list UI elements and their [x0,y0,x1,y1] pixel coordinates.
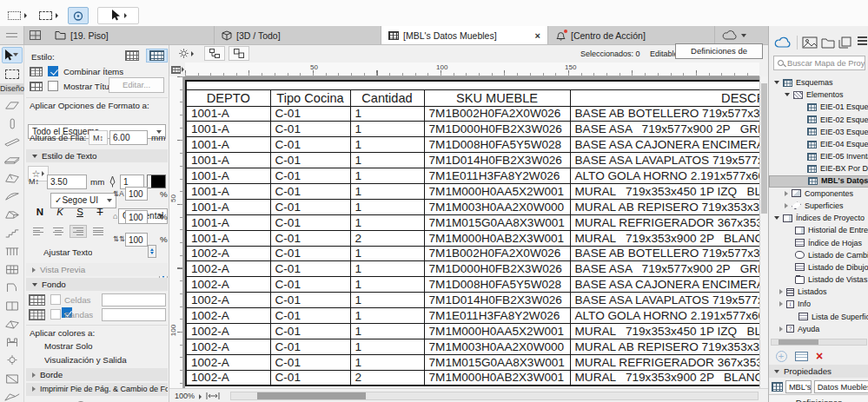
cell-depto[interactable]: 1002-A [186,261,270,277]
fit-width-icon[interactable] [206,392,220,400]
cell-depto[interactable]: 1002-A [186,293,270,308]
tree-item-lista-de-superficies[interactable]: Lista de Superficies [769,311,868,323]
cell-tipo-cocina[interactable]: C-01 [270,153,350,168]
panel-menu-button[interactable] [858,36,867,45]
cell-tipo-cocina[interactable]: C-01 [270,293,350,308]
cell-depto[interactable]: 1001-A [186,137,270,153]
tree-item-superficies[interactable]: Superficies [769,200,868,212]
teamwork-cloud-button[interactable] [774,36,792,49]
cell-tipo-cocina[interactable]: C-01 [270,261,350,277]
table-row[interactable]: 1001-AC-0117M1M003H0AA2X0W000MURAL AB RE… [186,199,759,214]
cell-sku[interactable]: 7M1M000H0AB2X3W001 [424,230,570,246]
table-row[interactable]: 1002-AC-0117M1E011H3FA8Y2W026ALTO GOLA H… [186,308,759,324]
tree-horizontal-scrollbar[interactable] [771,339,867,346]
tracking-input[interactable]: 100 [125,233,148,247]
layout-book-button[interactable] [821,36,835,49]
tree-item-listado-de-dibujos[interactable]: Listado de Dibujos [769,261,868,273]
tab-centro-de-accion[interactable]: [Centro de Acción] [548,26,715,44]
tree-item-eie-bx[interactable]: EIE-BX Por Defecto [769,162,868,175]
cell-sku[interactable]: 7M1M003H0AA2X0W000 [424,199,570,214]
chevron-right-icon[interactable] [779,289,783,294]
align-right-button[interactable] [70,225,87,238]
table-row[interactable]: 1001-AC-0127M1M000H0AB2X3W001MURAL 719x3… [186,230,759,246]
scrollbar-thumb[interactable] [779,339,818,345]
cell-sku[interactable]: 7M1B002H0FA2X0W026 [424,106,570,122]
estilo-texto-section[interactable]: Estilo de Texto [26,149,168,162]
cell-cantidad[interactable]: 2 [350,370,424,386]
cell-cantidad[interactable]: 1 [350,153,424,168]
cell-tipo-cocina[interactable]: C-01 [270,122,350,137]
arrow-tool[interactable] [2,47,23,63]
cell-tipo-cocina[interactable]: C-01 [270,323,350,339]
table-row[interactable]: 1001-AC-0117M1M015G0AA8X3W001MURAL REFRI… [186,214,759,230]
cell-descripcion[interactable]: BASE ASA 719x577x900 2P GRIS [570,261,759,277]
cell-descripcion[interactable]: BASE ASA LAVAPLATOS 719x577x900 [570,153,759,168]
publisher-button[interactable] [838,36,851,49]
cell-depto[interactable]: 1001-A [186,168,270,184]
chevron-right-icon[interactable] [785,191,788,196]
cell-depto[interactable]: 1001-A [186,106,270,122]
chevron-right-icon[interactable] [779,301,783,306]
cell-descripcion[interactable]: MURAL REFRIGERADOR 367x353x3 [570,354,759,370]
cell-descripcion[interactable]: BASE ASA CAJONERA ENCIMERA T [570,277,759,293]
cell-descripcion[interactable]: BASE ASA LAVAPLATOS 719x577x900 [570,293,759,308]
toolbox-group-diseno[interactable]: Diseño [0,83,24,95]
add-item-button[interactable]: + [774,349,788,363]
table-row[interactable]: 1001-AC-0117M1D014H0FB2X3W026BASE ASA LA… [186,153,759,168]
cell-tipo-cocina[interactable]: C-01 [270,214,350,230]
cell-cantidad[interactable]: 1 [350,246,424,261]
celdas-checkbox[interactable] [50,294,61,305]
cell-tipo-cocina[interactable]: C-01 [270,199,350,214]
cell-descripcion[interactable]: MURAL 719x353x900 2P BLANCO [570,230,759,246]
align-justify-button[interactable] [89,225,107,238]
cell-depto[interactable]: 1002-A [186,339,270,354]
wall-tool[interactable] [2,97,23,114]
tree-item-indice-de-hojas[interactable]: Índice de Hojas [769,236,868,248]
table-row[interactable]: 1002-AC-0117M1B002H0FA2X0W026BASE AB BOT… [186,246,759,261]
underline-button[interactable]: S [71,204,89,219]
scheme-settings-button[interactable] [204,46,225,61]
italic-button[interactable]: K [51,204,69,219]
table-row[interactable]: 1002-AC-0127M1M000H0AB2X3W001MURAL 719x3… [186,370,759,386]
tree-item-eie-05[interactable]: EIE-05 Inventario [769,150,868,162]
slab-tool[interactable] [2,152,23,168]
cell-sku[interactable]: 7M1D014H0FB2X3W026 [424,293,570,308]
cell-depto[interactable]: 1001-A [186,214,270,230]
curtain-wall-tool[interactable] [2,261,23,278]
combinar-items-checkbox[interactable] [48,66,58,76]
tree-item-mbls-datos-muebles[interactable]: MBL's Datos Muebles [769,175,868,188]
width-factor-input[interactable]: 100 [125,210,148,224]
roof-tool[interactable] [2,170,23,187]
cell-tipo-cocina[interactable]: C-01 [270,370,350,386]
table-row[interactable]: 1002-AC-0117M1D014H0FB2X3W026BASE ASA LA… [186,293,759,308]
railing-tool[interactable] [2,243,23,260]
schedule-name-field[interactable]: Datos Muebles [814,380,868,393]
col-header-tipo-cocina[interactable]: Tipo Cocina [270,89,350,106]
cell-sku[interactable]: 7M1D008H0FA5Y5W028 [424,137,570,153]
definiciones-esquema-button[interactable]: Definiciones de Esquema... [675,43,763,59]
tree-item-eie-03[interactable]: EIE-03 Esquema de [769,126,868,138]
chevron-right-icon[interactable] [779,326,783,332]
cell-tipo-cocina[interactable]: C-01 [270,246,350,261]
cell-descripcion[interactable]: BASE ASA 719x577x900 2P GRIS [570,122,759,137]
col-header-sku[interactable]: SKU MUEBLE [424,89,570,106]
mesh-tool[interactable] [2,389,23,402]
cell-sku[interactable]: 7M1E011H3FA8Y2W026 [424,308,570,324]
row-height-icon-button[interactable]: M↕ [89,130,108,145]
delete-item-button[interactable]: × [812,349,826,363]
cell-cantidad[interactable]: 1 [350,106,424,122]
tree-item-listado-de-vistas[interactable]: Listado de Vistas [769,273,868,286]
cell-sku[interactable]: 7M1D008H0FA5Y5W028 [424,277,570,293]
door-tool[interactable] [2,280,23,296]
view-map-button[interactable] [802,36,818,49]
vista-previa-section[interactable]: Vista Previa [26,263,168,276]
cell-sku[interactable]: 7M1M000H0AA5X2W001 [424,323,570,339]
chevron-down-icon[interactable] [785,93,790,96]
tree-item-historial-de-entregas[interactable]: Historial de Entregas [769,224,868,236]
table-row[interactable]: 1001-AC-0117M1D000H0FB2X3W026BASE ASA 71… [186,122,759,137]
selection-tool-button[interactable] [36,7,61,24]
cell-tipo-cocina[interactable]: C-01 [270,168,350,184]
cell-cantidad[interactable]: 1 [350,137,424,153]
definiciones-tab[interactable]: Definiciones [769,394,868,402]
schedule-id-field[interactable]: MBL's [785,380,812,393]
